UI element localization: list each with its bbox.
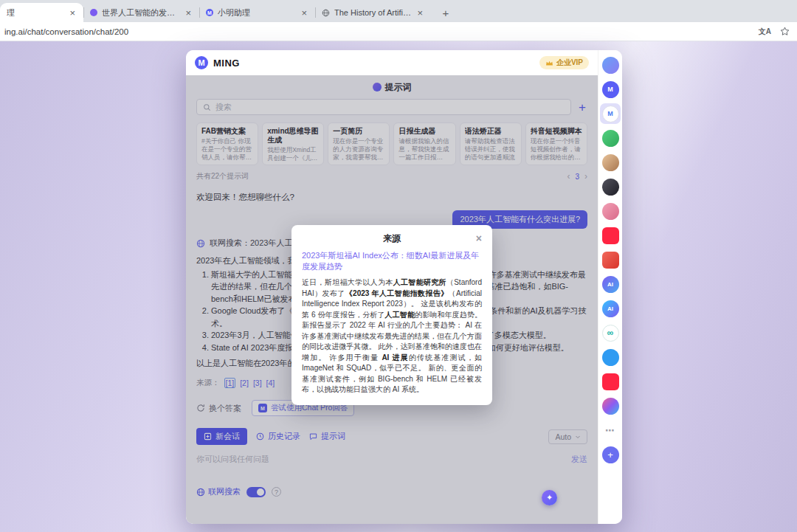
dock-item-xiaohongshu[interactable] (600, 225, 621, 246)
browser-tab-ai-history-en[interactable]: The History of Artificial Intellig... × (315, 3, 431, 22)
dock-glyph: M (607, 86, 613, 93)
brand-name: MING (213, 58, 240, 69)
crown-icon (545, 60, 553, 66)
desktop-wallpaper: M MING 企业VIP 提示词 搜索 + (0, 41, 797, 532)
ming-app-window: M MING 企业VIP 提示词 搜索 + (186, 50, 622, 524)
new-tab-button[interactable]: + (437, 4, 455, 21)
dock-glyph: AI (607, 281, 613, 288)
app-main-panel: M MING 企业VIP 提示词 搜索 + (186, 50, 598, 524)
dock-item-green-app[interactable] (600, 128, 621, 148)
tab-favicon-icon (90, 9, 97, 16)
vip-badge-label: 企业VIP (556, 58, 583, 68)
dock-glyph: ∞ (607, 328, 614, 338)
url-text[interactable]: ing.ai/chat/conversation/chat/200 (4, 27, 128, 36)
source-link[interactable]: 2023年斯坦福AI Index公布：细数AI最新进展及年度发展趋势 (302, 250, 482, 272)
app-dock: M M AI AI ∞ ⋯ + (598, 50, 622, 524)
dock-item-gradient-app[interactable] (600, 395, 621, 416)
modal-title: 来源 (383, 233, 401, 243)
user-avatar[interactable] (600, 55, 621, 75)
close-icon[interactable]: × (475, 231, 483, 246)
browser-tab-cropped[interactable]: 理 × (0, 3, 83, 22)
plus-icon: + (607, 449, 613, 460)
dock-item-ai-app-2[interactable]: AI (600, 298, 621, 319)
browser-tab-ai-history-cn[interactable]: 世界人工智能的发展历程 × (83, 3, 199, 22)
more-dots-icon: ⋯ (605, 425, 615, 436)
dock-item-ming-assistant[interactable]: M (600, 103, 621, 124)
app-header: M MING 企业VIP (186, 50, 598, 75)
browser-tab-bar: 理 × 世界人工智能的发展历程 × M 小明助理 × The History o… (0, 0, 797, 22)
dock-item-pink-avatar[interactable] (600, 201, 621, 221)
translate-icon[interactable]: 文A (759, 27, 771, 37)
tab-title: 世界人工智能的发展历程 (102, 7, 179, 18)
floating-assistant-button[interactable]: ✦ (542, 490, 557, 505)
dock-item-ming-logo[interactable]: M (600, 79, 621, 100)
vip-badge[interactable]: 企业VIP (539, 56, 589, 69)
tab-close-icon[interactable]: × (300, 8, 308, 18)
tab-close-icon[interactable]: × (415, 8, 424, 18)
dock-add-button[interactable]: + (600, 444, 621, 465)
globe-favicon-icon (322, 9, 330, 17)
dock-item-dark-avatar[interactable] (600, 176, 621, 197)
chat-content-area: 提示词 搜索 + FAB营销文案 #关于你自己 你现在是一个专业的营销人员，请你… (186, 75, 598, 524)
bookmark-star-icon[interactable] (780, 27, 790, 36)
dock-more-button[interactable]: ⋯ (600, 420, 621, 441)
dock-item-ai-app-1[interactable]: AI (600, 274, 621, 294)
dock-glyph: M (607, 110, 613, 117)
tab-close-icon[interactable]: × (184, 8, 193, 18)
dock-item-xiaohongshu-2[interactable] (600, 371, 621, 392)
dock-glyph: AI (607, 305, 613, 312)
dock-item-portrait-avatar[interactable] (600, 152, 621, 173)
tab-title: 小明助理 (218, 7, 295, 18)
tab-title: The History of Artificial Intellig... (334, 8, 411, 17)
ming-logo-icon: M (195, 56, 208, 69)
dock-item-teal-infinity[interactable]: ∞ (600, 322, 621, 343)
address-bar: ing.ai/chat/conversation/chat/200 文A (0, 22, 797, 41)
browser-tab-ming-assistant[interactable]: M 小明助理 × (199, 3, 315, 22)
dock-item-blue-app[interactable] (600, 347, 621, 367)
dock-item-red-app[interactable] (600, 249, 621, 270)
tab-close-icon[interactable]: × (68, 8, 77, 18)
tab-title: 理 (7, 7, 63, 18)
ming-favicon-icon: M (206, 9, 213, 16)
source-body-text: 近日，斯坦福大学以人为本人工智能研究所（Stanford HAI）发布了《202… (302, 277, 482, 395)
sources-modal: 来源 × 2023年斯坦福AI Index公布：细数AI最新进展及年度发展趋势 … (291, 225, 492, 405)
